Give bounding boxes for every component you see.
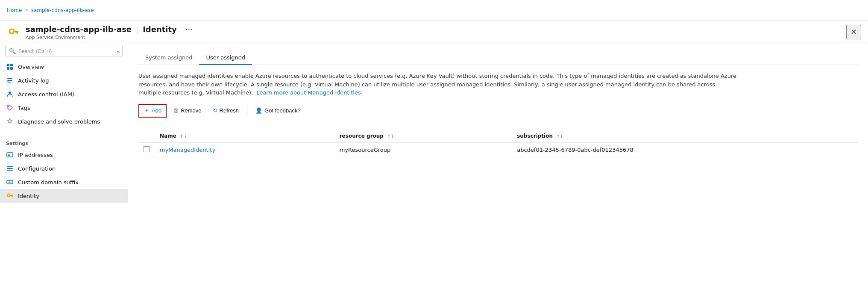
svg-rect-5 (7, 64, 9, 66)
sidebar-item-activity-log-label: Activity log (18, 77, 49, 84)
refresh-label: Refresh (220, 107, 239, 114)
sidebar-item-diagnose-label: Diagnose and solve problems (18, 118, 100, 125)
row-checkbox-cell (138, 142, 155, 157)
breadcrumb-bar: Home > sample-cdns-app-ilb-ase (0, 0, 868, 21)
access-control-icon (6, 90, 14, 98)
col-sub-sort-icon: ↑↓ (556, 134, 563, 139)
sidebar-item-ip-addresses[interactable]: IP addresses (0, 148, 128, 162)
collapse-button[interactable]: « (117, 48, 120, 54)
search-icon: 🔍 (9, 48, 16, 54)
tab-system-assigned[interactable]: System assigned (138, 51, 199, 65)
breadcrumb-current[interactable]: sample-cdns-app-ilb-ase (31, 7, 94, 13)
remove-label: Remove (181, 107, 201, 114)
row-checkbox[interactable] (144, 146, 150, 152)
tabs-container: System assigned User assigned (138, 51, 858, 65)
row-sub-cell: abcdef01-2345-6789-0abc-def012345678 (512, 142, 858, 157)
sidebar-item-identity[interactable]: Identity (0, 189, 128, 203)
row-rg-cell: myResourceGroup (334, 142, 512, 157)
svg-point-22 (8, 195, 9, 196)
title-divider: | (136, 25, 138, 34)
svg-rect-14 (7, 153, 13, 157)
breadcrumb-home[interactable]: Home (7, 7, 22, 13)
sidebar: 🔍 « Overview Activity log (0, 42, 128, 295)
remove-icon: 🗑 (173, 107, 179, 114)
remove-button[interactable]: 🗑 Remove (168, 105, 206, 116)
sidebar-item-tags-label: Tags (18, 105, 30, 111)
sidebar-item-custom-domain-suffix[interactable]: Custom domain suffix (0, 175, 128, 189)
sidebar-item-diagnose[interactable]: Diagnose and solve problems (0, 115, 128, 128)
refresh-button[interactable]: ↻ Refresh (208, 105, 244, 116)
sidebar-divider (6, 132, 122, 132)
sidebar-item-access-control-label: Access control (IAM) (18, 91, 74, 97)
svg-point-13 (8, 106, 9, 107)
svg-rect-9 (7, 78, 12, 79)
feedback-button[interactable]: 👤 Got feedback? (251, 105, 305, 116)
add-button[interactable]: ＋ Add (138, 104, 167, 118)
header-title-block: sample-cdns-app-ilb-ase | Identity ··· A… (26, 24, 195, 40)
tags-icon (6, 104, 14, 112)
breadcrumb: Home > sample-cdns-app-ilb-ase (7, 7, 94, 13)
feedback-icon: 👤 (255, 107, 262, 114)
add-label: Add (152, 107, 161, 114)
description-text: User assigned managed identities enable … (138, 72, 736, 97)
svg-rect-25 (11, 196, 12, 197)
feedback-label: Got feedback? (264, 107, 301, 114)
table-row: myManagedIdentity myResourceGroup abcdef… (138, 142, 858, 157)
identity-table: Name ↑↓ resource group ↑↓ subscription ↑… (138, 130, 858, 157)
key-icon (8, 26, 20, 38)
add-icon: ＋ (144, 107, 150, 115)
col-name-sort-icon: ↑↓ (180, 134, 187, 139)
header-subtitle: App Service Environment (26, 35, 195, 40)
svg-rect-2 (14, 31, 19, 32)
svg-rect-10 (7, 80, 12, 81)
ip-addresses-icon (6, 151, 14, 159)
col-resource-group[interactable]: resource group ↑↓ (334, 130, 512, 143)
learn-more-link[interactable]: Learn more about Managed identities (256, 89, 361, 96)
sidebar-item-identity-label: Identity (18, 193, 39, 199)
custom-domain-icon (6, 178, 14, 186)
sidebar-item-configuration[interactable]: Configuration (0, 162, 128, 175)
page-header: sample-cdns-app-ilb-ase | Identity ··· A… (0, 21, 868, 42)
diagnose-icon (6, 118, 14, 125)
refresh-icon: ↻ (213, 107, 217, 114)
svg-rect-6 (10, 64, 13, 66)
svg-rect-19 (7, 170, 13, 171)
sidebar-item-tags[interactable]: Tags (0, 101, 128, 115)
more-options-button[interactable]: ··· (183, 24, 195, 35)
svg-rect-8 (10, 67, 13, 70)
svg-rect-3 (17, 32, 18, 34)
identity-name-link[interactable]: myManagedIdentity (160, 147, 215, 153)
svg-rect-17 (7, 166, 13, 167)
col-subscription[interactable]: subscription ↑↓ (512, 130, 858, 143)
sidebar-item-overview[interactable]: Overview (0, 60, 128, 74)
table-header-row: Name ↑↓ resource group ↑↓ subscription ↑… (138, 130, 858, 143)
tab-user-assigned[interactable]: User assigned (199, 51, 252, 65)
sidebar-item-access-control[interactable]: Access control (IAM) (0, 87, 128, 101)
search-input[interactable] (18, 48, 119, 54)
configuration-icon (6, 165, 14, 172)
activity-log-icon (6, 77, 14, 84)
settings-section-label: Settings (0, 136, 128, 148)
search-wrapper: 🔍 « (0, 42, 128, 60)
identity-icon (6, 192, 14, 200)
toolbar-separator (247, 106, 247, 115)
row-subscription: abcdef01-2345-6789-0abc-def012345678 (517, 147, 633, 153)
col-name[interactable]: Name ↑↓ (155, 130, 334, 143)
close-button[interactable]: ✕ (846, 25, 861, 39)
toolbar: ＋ Add 🗑 Remove ↻ Refresh 👤 Got feedback? (138, 104, 858, 121)
sidebar-item-configuration-label: Configuration (18, 165, 56, 172)
svg-point-1 (11, 30, 13, 32)
page-title: sample-cdns-app-ilb-ase (26, 25, 132, 34)
sidebar-item-activity-log[interactable]: Activity log (0, 74, 128, 87)
svg-rect-7 (7, 67, 9, 70)
svg-rect-24 (12, 196, 13, 197)
search-box[interactable]: 🔍 (5, 46, 123, 56)
overview-icon (6, 63, 14, 71)
row-resource-group: myResourceGroup (340, 147, 391, 153)
row-name-cell: myManagedIdentity (155, 142, 334, 157)
svg-rect-15 (8, 154, 9, 155)
search-container: 🔍 (0, 42, 128, 60)
content-area: System assigned User assigned User assig… (128, 42, 868, 295)
breadcrumb-sep: > (24, 7, 28, 13)
svg-rect-16 (8, 155, 10, 156)
